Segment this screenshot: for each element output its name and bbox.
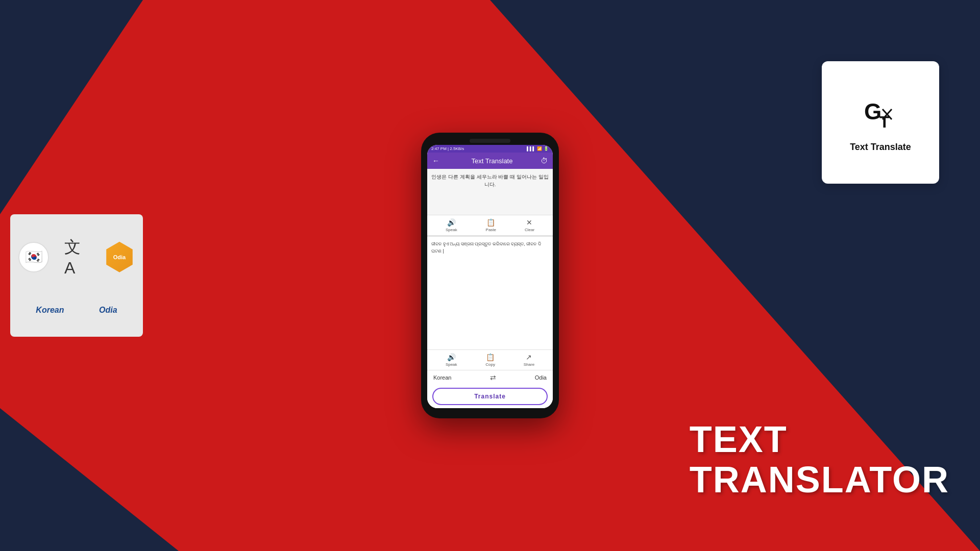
output-text: ଜୀବନ ହୁଏ ଅନ୍ୟ ସଞ୍ଜନା ପ୍ରସ୍ତୁତ କରିବାରେ ବ୍… (431, 241, 549, 255)
translate-button[interactable]: Translate (432, 388, 548, 405)
phone-wrapper: 2:47 PM | 2.5KB/s ▌▌▌ 📶 🔋 ← Text Transla… (421, 133, 559, 418)
status-bar: 2:47 PM | 2.5KB/s ▌▌▌ 📶 🔋 (427, 145, 553, 153)
speak-icon-input: 🔊 (447, 218, 456, 227)
app-header: ← Text Translate ⏱ (427, 153, 553, 169)
output-action-row: 🔊 Speak 📋 Copy ↗ Share (427, 349, 553, 370)
language-bar: Korean ⇄ Odia (427, 370, 553, 385)
input-text: 인생은 다른 계획을 세우느라 바쁠 때 일어나는 일입니다. (431, 173, 549, 188)
app-title: Text Translate (444, 157, 541, 165)
left-language-card: 🇰🇷 文A Odia Korean Odia (10, 214, 143, 337)
input-section[interactable]: 인생은 다른 계획을 세우느라 바쁠 때 일어나는 일입니다. (427, 169, 553, 215)
back-button[interactable]: ← (432, 157, 439, 165)
clear-button[interactable]: ✕ Clear (525, 218, 534, 232)
source-lang-label: Korean (36, 306, 64, 315)
speak-icon-output: 🔊 (447, 353, 456, 361)
status-time: 2:47 PM | 2.5KB/s (431, 146, 464, 151)
share-icon: ↗ (526, 353, 532, 361)
speak-label-output: Speak (446, 362, 457, 367)
wifi-icon: 📶 (537, 146, 542, 151)
big-title-line1: TEXT (690, 419, 949, 460)
paste-icon: 📋 (486, 218, 495, 227)
lang-labels-row: Korean Odia (18, 306, 135, 315)
speak-label-input: Speak (446, 228, 457, 232)
translate-icon: 文A (64, 236, 89, 278)
korean-flag-item: 🇰🇷 (18, 242, 49, 272)
phone-mockup: 2:47 PM | 2.5KB/s ▌▌▌ 📶 🔋 ← Text Transla… (421, 133, 559, 418)
share-label: Share (524, 362, 534, 367)
speak-button-output[interactable]: 🔊 Speak (446, 353, 457, 367)
swap-languages-button[interactable]: ⇄ (490, 373, 496, 382)
gt-app-name: Text Translate (850, 142, 911, 153)
status-icons: ▌▌▌ 📶 🔋 (527, 146, 549, 151)
share-button[interactable]: ↗ Share (524, 353, 534, 367)
copy-button[interactable]: 📋 Copy (485, 353, 495, 367)
speak-button-input[interactable]: 🔊 Speak (446, 218, 457, 232)
paste-button[interactable]: 📋 Paste (486, 218, 496, 232)
translate-icon-wrapper: 文A (64, 236, 89, 278)
copy-label: Copy (485, 362, 495, 367)
google-translate-icon: G T (860, 93, 901, 134)
big-title-section: TEXT TRANSLATOR (690, 419, 949, 500)
input-action-row: 🔊 Speak 📋 Paste ✕ Clear (427, 215, 553, 236)
bg-triangle-left-top (0, 0, 143, 214)
translate-button-row: Translate (427, 385, 553, 408)
signal-icon: ▌▌▌ (527, 146, 535, 151)
phone-screen: 2:47 PM | 2.5KB/s ▌▌▌ 📶 🔋 ← Text Transla… (427, 145, 553, 408)
paste-label: Paste (486, 228, 496, 232)
target-language[interactable]: Odia (535, 374, 547, 381)
source-language[interactable]: Korean (433, 374, 451, 381)
bg-triangle-left-bottom (0, 408, 179, 551)
korean-flag: 🇰🇷 (18, 242, 49, 272)
right-gt-card: G T Text Translate (822, 61, 939, 184)
target-lang-label: Odia (99, 306, 117, 315)
history-button[interactable]: ⏱ (541, 157, 548, 165)
odia-hex-sign: Odia (104, 242, 135, 272)
flags-row: 🇰🇷 文A Odia (18, 236, 135, 278)
clear-icon: ✕ (526, 218, 532, 227)
big-title-line2: TRANSLATOR (690, 460, 949, 500)
battery-icon: 🔋 (544, 146, 549, 151)
phone-notch (470, 139, 510, 143)
copy-icon: 📋 (486, 353, 495, 361)
clear-label: Clear (525, 228, 534, 232)
output-section: ଜୀବନ ହୁଏ ଅନ୍ୟ ସଞ୍ଜନା ପ୍ରସ୍ତୁତ କରିବାରେ ବ୍… (427, 236, 553, 349)
odia-flag-item: Odia (104, 242, 135, 272)
